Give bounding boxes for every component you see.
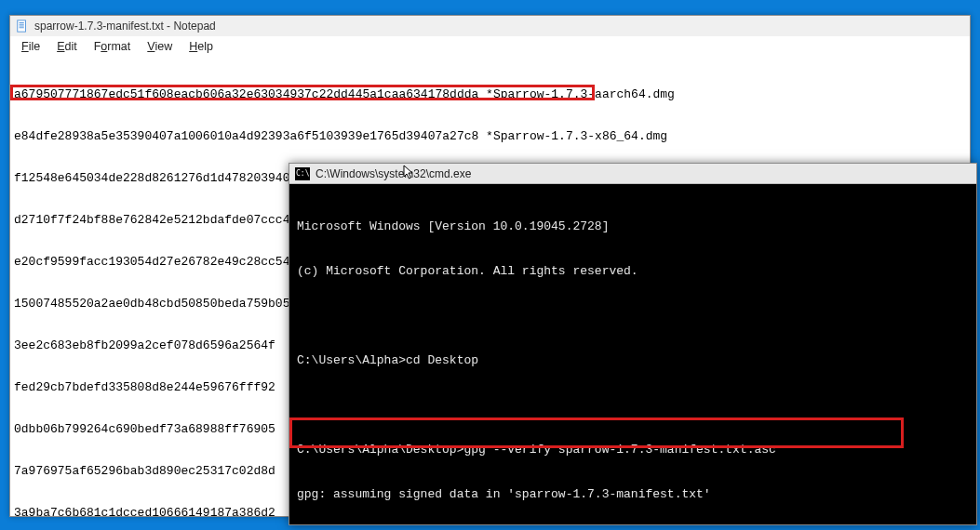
menu-format[interactable]: Format (87, 38, 139, 55)
manifest-line: a679507771867edc51f608eacb606a32e6303493… (14, 87, 966, 101)
cmd-blank (297, 309, 969, 324)
cmd-titlebar[interactable]: C:\ C:\Windows\system32\cmd.exe (289, 164, 976, 184)
desktop-background (0, 0, 980, 15)
menu-edit[interactable]: Edit (49, 38, 85, 55)
menu-help[interactable]: Help (181, 38, 221, 55)
notepad-menubar: File Edit Format View Help (10, 36, 970, 56)
cmd-line: C:\Users\Alpha\Desktop>gpg --verify spar… (297, 443, 969, 457)
menu-file[interactable]: File (14, 38, 47, 55)
cmd-title: C:\Windows\system32\cmd.exe (315, 167, 471, 180)
cmd-line: gpg: assuming signed data in 'sparrow-1.… (297, 487, 969, 502)
cmd-line: C:\Users\Alpha>cd Desktop (297, 353, 969, 368)
notepad-titlebar[interactable]: sparrow-1.7.3-manifest.txt - Notepad (10, 16, 970, 36)
cmd-blank (297, 398, 969, 413)
menu-help-label: elp (197, 40, 213, 53)
cmd-body[interactable]: Microsoft Windows [Version 10.0.19045.27… (289, 184, 976, 530)
cmd-icon: C:\ (295, 167, 310, 180)
notepad-title: sparrow-1.7.3-manifest.txt - Notepad (34, 20, 216, 33)
menu-edit-label: dit (65, 40, 77, 53)
menu-view-label: iew (154, 40, 172, 53)
cmd-line: (c) Microsoft Corporation. All rights re… (297, 264, 969, 279)
menu-view[interactable]: View (140, 38, 180, 55)
cmd-line: Microsoft Windows [Version 10.0.19045.27… (297, 219, 969, 234)
manifest-line: e84dfe28938a5e35390407a1006010a4d92393a6… (14, 129, 966, 143)
menu-format-label: rmat (107, 40, 130, 53)
notepad-icon (16, 20, 29, 33)
cmd-window: C:\ C:\Windows\system32\cmd.exe Microsof… (289, 163, 977, 525)
menu-file-label: ile (29, 40, 41, 53)
